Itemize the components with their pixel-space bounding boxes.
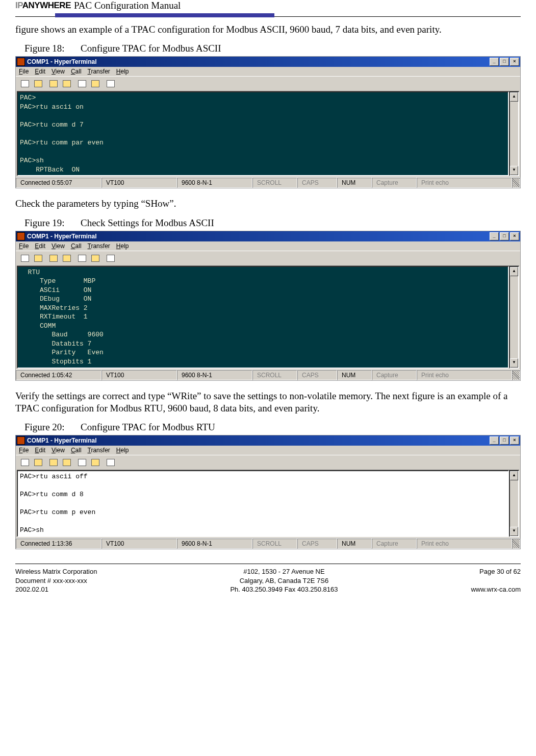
figure-caption-19: Figure 19:Check Settings for Modbus ASCI… [24, 217, 521, 229]
status-capture: Capture [372, 539, 417, 549]
scroll-up-icon[interactable]: ▲ [510, 92, 518, 102]
toolbar-send-icon[interactable] [76, 457, 88, 468]
toolbar [16, 455, 520, 470]
terminal-output[interactable]: RTU Type MBP ASCii ON DEbug ON MAXRetrie… [17, 266, 509, 369]
status-num: NUM [337, 370, 372, 380]
toolbar-disconnect-icon[interactable] [61, 78, 73, 89]
menu-help[interactable]: Help [116, 242, 129, 250]
app-icon [17, 436, 25, 445]
menu-call[interactable]: Call [71, 68, 82, 75]
logo: IPANYWHERE [15, 1, 71, 11]
terminal-output[interactable]: PAC> PAC>rtu ascii on PAC>rtu comm d 7 P… [17, 91, 509, 176]
status-connected: Connected 1:13:36 [16, 539, 101, 549]
status-connected: Connected 1:05:42 [16, 370, 101, 380]
scrollbar-vertical[interactable]: ▲ ▼ [509, 266, 519, 369]
menu-file[interactable]: File [19, 68, 29, 75]
status-bar: Connected 1:13:36 VT100 9600 8-N-1 SCROL… [16, 538, 520, 549]
menu-file[interactable]: File [19, 447, 29, 454]
window-titlebar[interactable]: COMP1 - HyperTerminal _ □ × [16, 57, 520, 67]
toolbar-properties-icon[interactable] [105, 253, 117, 264]
menu-help[interactable]: Help [116, 447, 129, 454]
menu-transfer[interactable]: Transfer [88, 242, 110, 250]
scroll-down-icon[interactable]: ▼ [510, 527, 518, 536]
status-caps: CAPS [297, 178, 337, 188]
scrollbar-vertical[interactable]: ▲ ▼ [509, 91, 519, 176]
menu-view[interactable]: View [52, 242, 65, 250]
footer-right: Page 30 of 62 www.wrx-ca.com [471, 567, 521, 594]
scroll-down-icon[interactable]: ▼ [510, 358, 518, 368]
toolbar-send-icon[interactable] [76, 253, 88, 264]
maximize-button[interactable]: □ [500, 232, 509, 240]
toolbar [16, 251, 520, 265]
menu-edit[interactable]: Edit [35, 242, 45, 250]
scroll-down-icon[interactable]: ▼ [510, 166, 518, 175]
menu-transfer[interactable]: Transfer [88, 68, 110, 75]
menu-call[interactable]: Call [71, 242, 82, 250]
scroll-up-icon[interactable]: ▲ [510, 471, 518, 480]
window-titlebar[interactable]: COMP1 - HyperTerminal _ □ × [16, 435, 520, 446]
status-scroll: SCROLL [252, 178, 297, 188]
body-paragraph: figure shows an example of a TPAC config… [15, 23, 521, 36]
toolbar-receive-icon[interactable] [89, 253, 101, 264]
screenshot-hyperterminal-20: COMP1 - HyperTerminal _ □ × File Edit Vi… [15, 435, 521, 549]
window-titlebar[interactable]: COMP1 - HyperTerminal _ □ × [16, 231, 520, 241]
toolbar-open-icon[interactable] [32, 457, 44, 468]
resize-grip-icon[interactable] [512, 370, 520, 380]
menu-view[interactable]: View [52, 447, 65, 454]
body-paragraph: Verify the settings are correct and type… [15, 390, 521, 415]
scrollbar-vertical[interactable]: ▲ ▼ [509, 470, 519, 537]
resize-grip-icon[interactable] [512, 539, 520, 549]
toolbar-new-icon[interactable] [19, 457, 31, 468]
page-header: IPANYWHERE PAC Configuration Manual [15, 0, 521, 11]
scroll-up-icon[interactable]: ▲ [510, 267, 518, 276]
close-button[interactable]: × [510, 58, 519, 66]
menu-edit[interactable]: Edit [35, 68, 45, 75]
toolbar-connect-icon[interactable] [47, 253, 60, 264]
terminal-output[interactable]: PAC>rtu ascii off PAC>rtu comm d 8 PAC>r… [17, 470, 509, 537]
menu-help[interactable]: Help [116, 68, 129, 75]
window-title: COMP1 - HyperTerminal [27, 233, 490, 240]
status-printecho: Print echo [417, 539, 512, 549]
toolbar-receive-icon[interactable] [89, 457, 101, 468]
close-button[interactable]: × [510, 232, 519, 240]
toolbar-open-icon[interactable] [32, 253, 44, 264]
resize-grip-icon[interactable] [512, 178, 520, 188]
maximize-button[interactable]: □ [500, 436, 509, 445]
menu-transfer[interactable]: Transfer [88, 447, 110, 454]
status-num: NUM [337, 178, 372, 188]
minimize-button[interactable]: _ [490, 436, 499, 445]
figure-caption-18: Figure 18:Configure TPAC for Modbus ASCI… [24, 43, 521, 54]
toolbar-receive-icon[interactable] [89, 78, 101, 89]
app-icon [17, 58, 25, 66]
minimize-button[interactable]: _ [490, 58, 499, 66]
toolbar-connect-icon[interactable] [47, 457, 60, 468]
menu-view[interactable]: View [52, 68, 65, 75]
body-paragraph: Check the parameters by typing “SHow”. [15, 198, 521, 210]
status-connected: Connected 0:55:07 [16, 178, 101, 188]
footer-middle: #102, 1530 - 27 Avenue NE Calgary, AB, C… [230, 567, 338, 594]
toolbar-disconnect-icon[interactable] [61, 457, 73, 468]
maximize-button[interactable]: □ [500, 58, 509, 66]
toolbar-new-icon[interactable] [19, 253, 31, 264]
header-rule [15, 13, 521, 18]
app-icon [17, 232, 25, 240]
toolbar-send-icon[interactable] [76, 78, 88, 89]
status-emulation: VT100 [101, 539, 177, 549]
screenshot-hyperterminal-18: COMP1 - HyperTerminal _ □ × File Edit Vi… [15, 56, 521, 188]
menu-bar: File Edit View Call Transfer Help [16, 67, 520, 76]
window-title: COMP1 - HyperTerminal [27, 58, 490, 65]
minimize-button[interactable]: _ [490, 232, 499, 240]
menu-edit[interactable]: Edit [35, 447, 45, 454]
toolbar-properties-icon[interactable] [105, 78, 117, 89]
toolbar-new-icon[interactable] [19, 78, 31, 89]
status-caps: CAPS [297, 370, 337, 380]
toolbar-connect-icon[interactable] [47, 78, 60, 89]
menu-call[interactable]: Call [71, 447, 82, 454]
toolbar-properties-icon[interactable] [105, 457, 117, 468]
menu-file[interactable]: File [19, 242, 29, 250]
page-footer: Wireless Matrix Corporation Document # x… [15, 564, 521, 594]
toolbar-open-icon[interactable] [32, 78, 44, 89]
close-button[interactable]: × [510, 436, 519, 445]
toolbar [16, 76, 520, 91]
toolbar-disconnect-icon[interactable] [61, 253, 73, 264]
